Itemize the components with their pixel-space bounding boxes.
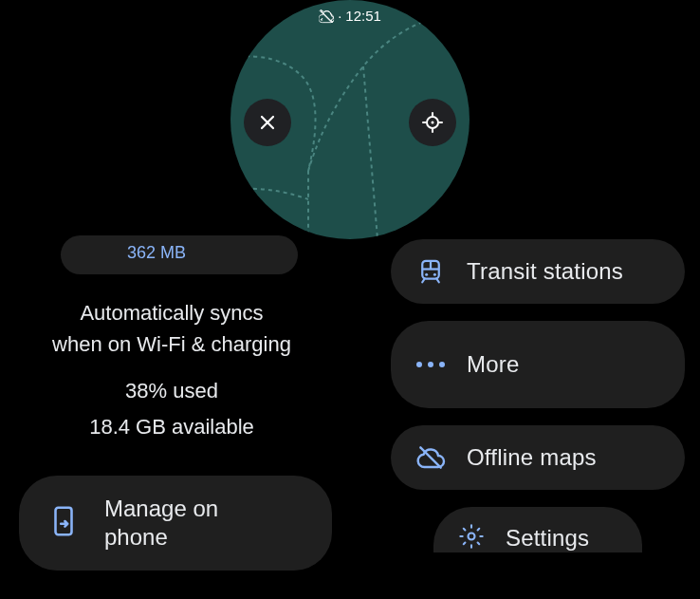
more-button[interactable]: More [391, 321, 685, 408]
transit-icon [415, 256, 446, 287]
storage-used-pct: 38% used [125, 379, 218, 403]
storage-item[interactable]: 362 MB [61, 235, 298, 274]
svg-point-10 [469, 533, 475, 540]
gear-icon [458, 523, 485, 552]
settings-button[interactable]: Settings [433, 507, 642, 552]
svg-point-8 [433, 273, 436, 276]
more-label: More [467, 351, 519, 378]
more-icon [415, 349, 446, 380]
cloud-off-icon [319, 9, 334, 24]
watch-map-preview[interactable]: · 12:51 [230, 0, 470, 239]
close-button[interactable] [244, 99, 291, 146]
location-icon [421, 111, 444, 134]
storage-size: 362 MB [127, 243, 273, 263]
watch-status-bar: · 12:51 [319, 8, 381, 24]
settings-label: Settings [506, 525, 589, 552]
transit-label: Transit stations [467, 258, 623, 285]
sync-info: Automatically syncs when on Wi-Fi & char… [52, 297, 291, 360]
offline-label: Offline maps [467, 444, 597, 471]
status-time: 12:51 [345, 8, 381, 24]
close-icon [256, 111, 279, 134]
locate-button[interactable] [409, 99, 456, 146]
svg-rect-3 [56, 508, 72, 534]
phone-export-icon [47, 505, 80, 541]
svg-point-2 [432, 122, 434, 124]
storage-available: 18.4 GB available [89, 415, 254, 440]
manage-label: Manage on phone [104, 495, 256, 552]
transit-stations-button[interactable]: Transit stations [391, 239, 685, 304]
svg-point-7 [425, 273, 428, 276]
manage-on-phone-button[interactable]: Manage on phone [19, 476, 332, 571]
status-separator: · [338, 8, 341, 24]
offline-maps-button[interactable]: Offline maps [391, 425, 685, 490]
cloud-off-icon [415, 442, 446, 473]
